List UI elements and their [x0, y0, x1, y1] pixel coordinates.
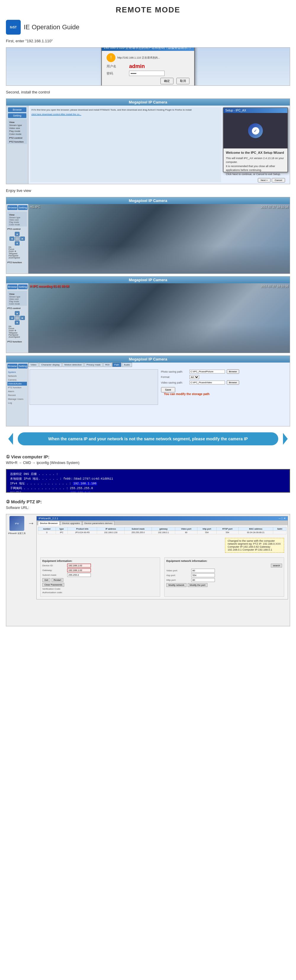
tab-device-params[interactable]: Device parameters derivec [82, 521, 115, 525]
clear-btn[interactable]: Clear Passwords [42, 583, 64, 587]
live-cam-header-1: Megapixel IP Camera [6, 197, 290, 204]
ipcam-software-icon[interactable]: IPW [10, 516, 24, 531]
settings-system[interactable]: System [7, 370, 27, 374]
restart-btn[interactable]: Restart [51, 578, 63, 582]
tab-video[interactable]: Video [29, 363, 38, 367]
gateway-label: Gateway: [42, 569, 66, 572]
modify-ptz-section: ② Modify PTZ IP: Software URL: [0, 496, 296, 512]
setup-cancel-btn[interactable]: Cancel [272, 178, 285, 183]
ipv4-value: 192.168.1.106 [73, 482, 97, 485]
tab-path[interactable]: Path [112, 363, 121, 367]
http-port-input[interactable] [191, 578, 215, 582]
gateway-input[interactable] [67, 568, 91, 572]
get-btn[interactable]: Get [42, 578, 50, 582]
logo-icon: firST [6, 20, 21, 35]
ptz-down-2[interactable]: ▼ [15, 321, 19, 325]
video-path-input[interactable] [189, 380, 225, 385]
browse-btn[interactable]: Browse [8, 107, 26, 112]
ptz-zoom: Zoom ⊕ [9, 250, 26, 253]
settings-log[interactable]: Log [7, 401, 27, 405]
cam-sidebar: Browse Setting View Stream type Video si… [6, 105, 29, 184]
live-info-1: View Stream type Video size Play mode Co… [7, 212, 27, 226]
settings-alarm[interactable]: Alarm [7, 390, 27, 393]
ptz-left-2[interactable]: ◄ [10, 316, 14, 320]
settings-manage[interactable]: Manage Users [7, 397, 27, 401]
settings-browse-btn[interactable]: Browse [7, 364, 18, 369]
settings-videoaudio[interactable]: Video&Audio [7, 382, 27, 386]
settings-tab-bar: Video Character display Motion detection… [29, 363, 290, 367]
warning-icon: ! [107, 53, 115, 62]
play-mode-row: Play mode [9, 130, 25, 132]
tab-audio[interactable]: Audio [122, 363, 132, 367]
settings-network[interactable]: Network [7, 374, 27, 378]
next-btn[interactable]: Next > [258, 178, 270, 183]
ptz-center-2[interactable]: · [15, 316, 19, 320]
photo-browse-btn[interactable]: Browse [227, 369, 240, 374]
device-id-input[interactable] [67, 564, 91, 568]
ptz-up[interactable]: ▲ [15, 232, 19, 236]
cancel-button[interactable]: 取消 [176, 78, 189, 84]
ptz-left[interactable]: ◄ [10, 237, 14, 241]
tab-device-upgrade[interactable]: Device upgrades [60, 521, 82, 525]
ptz-center[interactable]: · [15, 237, 19, 241]
rtsp-input[interactable] [191, 573, 215, 577]
arrow-icon: → [27, 516, 35, 527]
live-browse-btn-2[interactable]: Browse [7, 285, 18, 289]
ptz-right-2[interactable]: ► [20, 316, 25, 320]
settings-record[interactable]: Record [7, 393, 27, 397]
col-subnet: Subnet mask [124, 527, 152, 531]
table-row: 0 IPC JPS-E24-90-R5 192.168.0.130 255.25… [38, 531, 286, 535]
video-feed-2: H IPC recording 01-01 00:08 2017-07-27 1… [29, 283, 290, 353]
ptz-right[interactable]: ► [20, 237, 25, 241]
tab-privacy[interactable]: Privacy mask [84, 363, 103, 367]
download-link[interactable]: click here download control After instal… [31, 113, 220, 116]
preview-area [30, 369, 158, 405]
photo-path-row: Photo saving path: Browse [161, 369, 289, 374]
password-input[interactable] [129, 71, 165, 76]
settings-ptz[interactable]: PTZ function [7, 386, 27, 390]
ptz-panel-2: ▲ ◄ · ► ▼ Iris Focus Zoom ⊕ TiltSpeed Pa… [7, 310, 27, 339]
modify-network-btn[interactable]: Modify network [166, 583, 187, 587]
format-label: Format: [161, 375, 188, 379]
settings-camera[interactable]: Camera [7, 378, 27, 382]
live-main-1: HD-IPC 2017-07-27 18:10:38 [29, 204, 290, 274]
subnet-input[interactable] [67, 573, 91, 577]
photo-path-input[interactable] [189, 370, 225, 374]
notice-arrow-right [283, 433, 288, 445]
confirm-button[interactable]: 确定 [160, 78, 173, 84]
login-screenshot: 192.168.1.110 正在请求您的用户名和密码（该服务器表示..） ! h… [6, 47, 290, 86]
video-browse-btn[interactable]: Browse [227, 380, 240, 385]
settings-save-btn[interactable]: Save [161, 387, 176, 392]
format-select[interactable]: AVI [189, 375, 199, 379]
play-mode-label: Play mode [9, 130, 25, 132]
setup-dialog-title: Setup - IPC_AX [224, 108, 287, 113]
ipcam-window: IPWizardII_2.2.1 ─ □ ✕ Device Browser De… [37, 516, 288, 600]
settings-setting-btn[interactable]: Setting [18, 364, 27, 369]
verification-label: Verification Code: [42, 588, 66, 590]
tab-character[interactable]: Character display [39, 363, 62, 367]
ptz-iris: Iris [9, 246, 26, 248]
notice-container: When the camera IP and your network is n… [12, 432, 284, 445]
live-setting-btn[interactable]: Setting [18, 205, 27, 210]
ptz-down[interactable]: ▼ [15, 241, 19, 245]
ipcam-tabs: Device Browser Device upgrades Device pa… [37, 520, 288, 525]
tab-roi[interactable]: ROI [103, 363, 112, 367]
col-gateway: gateway [152, 527, 175, 531]
video-timestamp-2: 2017-07-27 18:10:38 [261, 285, 288, 288]
login-dialog: 192.168.1.110 正在请求您的用户名和密码（该服务器表示..） ! h… [101, 47, 195, 86]
install-info: If it's first time you open the browser,… [30, 107, 221, 182]
device-id-row: Device ID: [42, 564, 158, 568]
tab-device-browser[interactable]: Device Browser [38, 521, 60, 525]
tab-motion[interactable]: Motion detection [62, 363, 84, 367]
search-btn[interactable]: search [271, 564, 282, 568]
video-port-input[interactable] [191, 569, 215, 573]
col-http: http port [197, 527, 216, 531]
setup-dialog-content: Welcome to the IPC_AX Setup Wizard This … [224, 148, 287, 184]
subnet-label: Subnet mask: [42, 574, 66, 576]
settings-cam-header: Megapixel IP Camera [6, 356, 290, 363]
live-setting-btn-2[interactable]: Setting [18, 285, 27, 289]
live-browse-btn[interactable]: Browse [7, 205, 18, 210]
ptz-up-2[interactable]: ▲ [15, 311, 19, 315]
setting-btn[interactable]: Setting [8, 113, 26, 118]
modify-port-btn[interactable]: Modify the port [188, 583, 208, 587]
